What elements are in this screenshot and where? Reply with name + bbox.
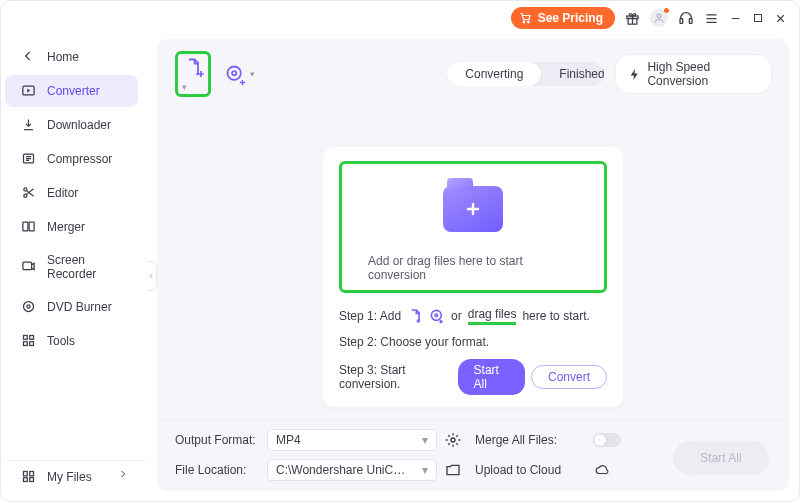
svg-rect-19	[24, 342, 28, 346]
gear-icon[interactable]	[445, 432, 467, 448]
sidebar-item-label: Tools	[47, 334, 75, 348]
upload-to-cloud-label: Upload to Cloud	[475, 463, 585, 477]
minimize-icon[interactable]	[729, 12, 742, 25]
screen-recorder-icon	[21, 259, 37, 275]
gift-icon[interactable]	[625, 11, 640, 26]
select-value: MP4	[276, 433, 301, 447]
tab-finished[interactable]: Finished	[541, 62, 604, 86]
step-text: Step 3: Start conversion.	[339, 363, 452, 391]
svg-rect-7	[755, 15, 762, 22]
sidebar-item-label: My Files	[47, 470, 92, 484]
svg-point-1	[527, 21, 529, 23]
svg-point-10	[24, 188, 27, 191]
tab-converting[interactable]: Converting	[447, 62, 541, 86]
see-pricing-button[interactable]: See Pricing	[511, 7, 615, 29]
svg-rect-5	[680, 19, 683, 24]
svg-rect-6	[689, 19, 692, 24]
sidebar-item-label: Home	[47, 50, 79, 64]
maximize-icon[interactable]	[752, 12, 764, 24]
files-icon	[21, 469, 37, 485]
svg-point-29	[451, 438, 455, 442]
converter-icon	[21, 83, 37, 99]
download-icon	[21, 117, 37, 133]
main-panel: ▾ ▾ Converting Finished High Speed Conve…	[157, 39, 789, 491]
chevron-down-icon[interactable]: ▾	[250, 69, 255, 79]
sidebar-item-tools[interactable]: Tools	[5, 325, 138, 357]
sidebar-item-label: Editor	[47, 186, 78, 200]
chevron-left-icon	[21, 49, 37, 65]
output-format-select[interactable]: MP4▾	[267, 429, 437, 451]
output-format-label: Output Format:	[175, 433, 259, 447]
svg-point-0	[523, 21, 525, 23]
svg-point-26	[232, 71, 236, 75]
convert-button[interactable]: Convert	[531, 365, 607, 389]
svg-rect-21	[24, 472, 28, 476]
sidebar: Home Converter Downloader Compressor Edi…	[1, 35, 147, 501]
menu-icon[interactable]	[704, 11, 719, 26]
file-location-label: File Location:	[175, 463, 259, 477]
tab-label: Converting	[465, 67, 523, 81]
content-area: Add or drag files here to start conversi…	[157, 105, 789, 420]
headset-icon[interactable]	[678, 10, 694, 26]
sidebar-item-my-files[interactable]: My Files	[5, 461, 138, 493]
see-pricing-label: See Pricing	[538, 11, 603, 25]
account-avatar[interactable]	[650, 9, 668, 27]
step-2: Step 2: Choose your format.	[339, 335, 607, 349]
lightning-icon	[628, 68, 641, 81]
steps-list: Step 1: Add or drag files here to start.…	[339, 307, 607, 395]
add-disc-icon	[429, 308, 445, 324]
drop-zone[interactable]: Add or drag files here to start conversi…	[323, 147, 623, 407]
high-speed-chip[interactable]: High Speed Conversion	[616, 55, 771, 93]
svg-point-4	[657, 14, 661, 18]
sidebar-item-compressor[interactable]: Compressor	[5, 143, 138, 175]
add-file-button[interactable]	[180, 55, 206, 79]
cart-icon	[519, 12, 532, 24]
sidebar-item-label: Merger	[47, 220, 85, 234]
svg-point-15	[24, 302, 34, 312]
chevron-down-icon: ▾	[422, 433, 428, 447]
step-text: here to start.	[522, 309, 589, 323]
sidebar-item-label: DVD Burner	[47, 300, 112, 314]
svg-rect-18	[30, 336, 34, 340]
svg-point-27	[431, 310, 441, 320]
status-tabs: Converting Finished	[447, 62, 604, 86]
file-location-select[interactable]: C:\Wondershare UniConverter 1▾	[267, 459, 437, 481]
add-dvd-button[interactable]	[223, 62, 246, 86]
merger-icon	[21, 219, 37, 235]
sidebar-item-label: Compressor	[47, 152, 112, 166]
start-all-main-button[interactable]: Start All	[673, 441, 769, 475]
drop-zone-label: Add or drag files here to start conversi…	[368, 254, 578, 282]
sidebar-item-downloader[interactable]: Downloader	[5, 109, 138, 141]
svg-rect-20	[30, 342, 34, 346]
disc-icon	[21, 299, 37, 315]
chevron-right-icon	[118, 469, 128, 485]
compressor-icon	[21, 151, 37, 167]
start-all-button[interactable]: Start All	[458, 359, 525, 395]
notification-dot-icon	[664, 8, 669, 13]
sidebar-item-home[interactable]: Home	[5, 41, 138, 73]
sidebar-item-screen-recorder[interactable]: Screen Recorder	[5, 245, 138, 289]
svg-rect-24	[30, 478, 34, 482]
cloud-icon[interactable]	[593, 463, 653, 477]
sidebar-collapse-handle[interactable]	[147, 261, 157, 291]
step-3: Step 3: Start conversion. Start All Conv…	[339, 359, 607, 395]
highlight-drop-zone: Add or drag files here to start conversi…	[339, 161, 607, 293]
sidebar-item-editor[interactable]: Editor	[5, 177, 138, 209]
svg-rect-13	[29, 222, 34, 231]
merge-all-files-label: Merge All Files:	[475, 433, 585, 447]
folder-open-icon[interactable]	[445, 462, 467, 478]
svg-rect-14	[23, 262, 32, 270]
merge-all-files-toggle[interactable]	[593, 433, 621, 447]
close-icon[interactable]	[774, 12, 787, 25]
grid-icon	[21, 333, 37, 349]
svg-point-16	[27, 305, 30, 308]
sidebar-item-label: Downloader	[47, 118, 111, 132]
add-file-icon	[407, 308, 423, 324]
sidebar-item-merger[interactable]: Merger	[5, 211, 138, 243]
chevron-down-icon[interactable]: ▾	[182, 82, 187, 92]
sidebar-item-converter[interactable]: Converter	[5, 75, 138, 107]
chevron-down-icon: ▾	[422, 463, 428, 477]
svg-rect-22	[30, 472, 34, 476]
sidebar-item-dvd-burner[interactable]: DVD Burner	[5, 291, 138, 323]
step-text: Step 1: Add	[339, 309, 401, 323]
